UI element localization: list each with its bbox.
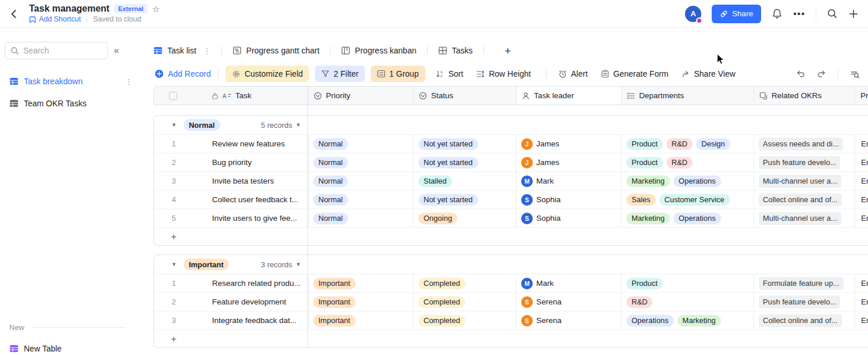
search-icon[interactable] (827, 8, 838, 19)
cell-departments[interactable]: OperationsMarketing (621, 311, 754, 329)
cell-departments[interactable]: MarketingOperations (621, 172, 754, 190)
new-table-button[interactable]: New Table (9, 344, 62, 353)
cell-status[interactable]: Completed (413, 293, 516, 311)
cell-task-leader[interactable]: SSerena (516, 311, 621, 329)
cell-task-leader[interactable]: JJames (516, 135, 621, 153)
undo-icon[interactable] (796, 69, 805, 78)
cell-related-okrs[interactable]: Push feature develo... (754, 153, 855, 171)
group-header[interactable]: ▼Important3 records▼ (154, 255, 308, 274)
table-row[interactable]: 3Invite beta testersNormalStalledMMarkMa… (154, 171, 868, 190)
avatar[interactable]: A (685, 6, 701, 22)
cell-cutoff[interactable]: En (855, 209, 868, 227)
cell-status[interactable]: Ongoing (413, 209, 516, 227)
group-header[interactable]: ▼Normal5 records▼ (154, 116, 308, 134)
cell-departments[interactable]: SalesCustomer Service (621, 191, 754, 209)
cell-task-leader[interactable]: SSophia (516, 209, 621, 227)
sidebar-item-task-breakdown[interactable]: Task breakdown ⋮ (9, 74, 132, 88)
cell-related-okrs[interactable]: Collect online and of... (754, 311, 855, 329)
group-record-count[interactable]: 3 records▼ (261, 260, 301, 269)
cell-priority[interactable]: Normal (308, 209, 413, 227)
add-record-row[interactable]: + (154, 329, 868, 347)
cell-priority[interactable]: Normal (308, 172, 413, 190)
cell-priority[interactable]: Important (308, 311, 413, 329)
cell-status[interactable]: Not yet started (413, 135, 516, 153)
add-record-button[interactable]: Add Record (155, 69, 211, 78)
table-row[interactable]: 4Collect user feedback t...NormalNot yet… (154, 190, 868, 209)
tab-more-icon[interactable]: ⋮ (203, 46, 211, 55)
cell-task[interactable]: 2Feature development (154, 293, 308, 311)
star-icon[interactable]: ☆ (152, 5, 160, 13)
cell-related-okrs[interactable]: Multi-channel user a... (754, 172, 855, 190)
cell-priority[interactable]: Normal (308, 191, 413, 209)
table-row[interactable]: 2Feature developmentImportantCompletedSS… (154, 292, 868, 311)
frozen-column-divider[interactable] (307, 86, 308, 349)
cell-task-leader[interactable]: MMark (516, 172, 621, 190)
cell-cutoff[interactable]: En (855, 191, 868, 209)
tab-tasks[interactable]: Tasks (438, 46, 473, 55)
cell-related-okrs[interactable]: Multi-channel user a... (754, 209, 855, 227)
cell-related-okrs[interactable]: Push feature develo... (754, 293, 855, 311)
cell-status[interactable]: Not yet started (413, 153, 516, 171)
cell-task-leader[interactable]: MMark (516, 274, 621, 292)
group-record-count[interactable]: 5 records▼ (261, 121, 301, 130)
cell-cutoff[interactable]: En (855, 153, 868, 171)
notifications-icon[interactable] (772, 8, 783, 19)
cell-task-leader[interactable]: SSophia (516, 191, 621, 209)
cell-related-okrs[interactable]: Formulate feature up... (754, 274, 855, 292)
more-menu-icon[interactable]: ••• (793, 8, 805, 20)
tab-progress-gantt-chart[interactable]: Progress gantt chart (232, 46, 320, 55)
cell-task[interactable]: 4Collect user feedback t... (154, 191, 308, 209)
column-header-cutoff[interactable]: Pr (855, 87, 868, 105)
cell-cutoff[interactable]: En (855, 172, 868, 190)
cell-departments[interactable]: R&D (621, 293, 754, 311)
cell-departments[interactable]: ProductR&D (621, 153, 754, 171)
cell-task[interactable]: 3Integrate feedback dat... (154, 311, 308, 329)
cell-priority[interactable]: Important (308, 274, 413, 292)
cell-task[interactable]: 1Research related produ... (154, 274, 308, 292)
table-row[interactable]: 2Bug priorityNormalNot yet startedJJames… (154, 153, 868, 171)
sidebar-item-team-okr-tasks[interactable]: Team OKR Tasks (9, 96, 132, 110)
alert-button[interactable]: Alert (554, 69, 593, 78)
generate-form-button[interactable]: Generate Form (596, 69, 673, 78)
group-collapse-icon[interactable]: ▼ (171, 122, 177, 128)
cell-departments[interactable]: Product (621, 274, 754, 292)
add-record-row[interactable]: + (154, 227, 868, 245)
cell-status[interactable]: Completed (413, 274, 516, 292)
add-view-icon[interactable]: + (505, 45, 511, 56)
cell-task[interactable]: 1Review new features (154, 135, 308, 153)
group-button[interactable]: 1 Group (371, 66, 425, 82)
cell-task-leader[interactable]: SSerena (516, 293, 621, 311)
column-header-task[interactable]: A Task (154, 87, 308, 105)
table-row[interactable]: 3Integrate feedback dat...ImportantCompl… (154, 311, 868, 329)
group-collapse-icon[interactable]: ▼ (171, 261, 177, 267)
cell-departments[interactable]: ProductR&DDesign (621, 135, 754, 153)
cell-task[interactable]: 2Bug priority (154, 153, 308, 171)
search-input[interactable] (5, 42, 108, 59)
table-row[interactable]: 1Review new featuresNormalNot yet starte… (154, 134, 868, 153)
column-header-priority[interactable]: Priority (308, 87, 413, 105)
cell-cutoff[interactable]: En (855, 311, 868, 329)
cell-task[interactable]: 3Invite beta testers (154, 172, 308, 190)
cell-priority[interactable]: Important (308, 293, 413, 311)
row-height-button[interactable]: Row Height (471, 69, 535, 78)
cell-priority[interactable]: Normal (308, 135, 413, 153)
redo-icon[interactable] (817, 69, 826, 78)
back-icon[interactable] (8, 8, 20, 20)
filter-button[interactable]: 2 Filter (315, 66, 365, 82)
column-header-status[interactable]: Status (413, 87, 516, 105)
share-button[interactable]: Share (712, 5, 761, 23)
search-records-icon[interactable] (850, 69, 860, 79)
cell-task[interactable]: 5Invite users to give fee... (154, 209, 308, 227)
cell-task-leader[interactable]: JJames (516, 153, 621, 171)
sort-button[interactable]: AZ Sort (431, 69, 468, 78)
cell-departments[interactable]: MarketingOperations (621, 209, 754, 227)
cell-priority[interactable]: Normal (308, 153, 413, 171)
cell-status[interactable]: Stalled (413, 172, 516, 190)
table-row[interactable]: 1Research related produ...ImportantCompl… (154, 274, 868, 292)
add-shortcut-button[interactable]: Add Shortcut (29, 16, 81, 24)
column-header-related-okrs[interactable]: Related OKRs (754, 87, 855, 105)
column-header-task-leader[interactable]: Task leader (516, 87, 621, 105)
cell-related-okrs[interactable]: Collect online and of... (754, 191, 855, 209)
cell-cutoff[interactable]: En (855, 274, 868, 292)
select-all-checkbox[interactable] (169, 92, 177, 100)
